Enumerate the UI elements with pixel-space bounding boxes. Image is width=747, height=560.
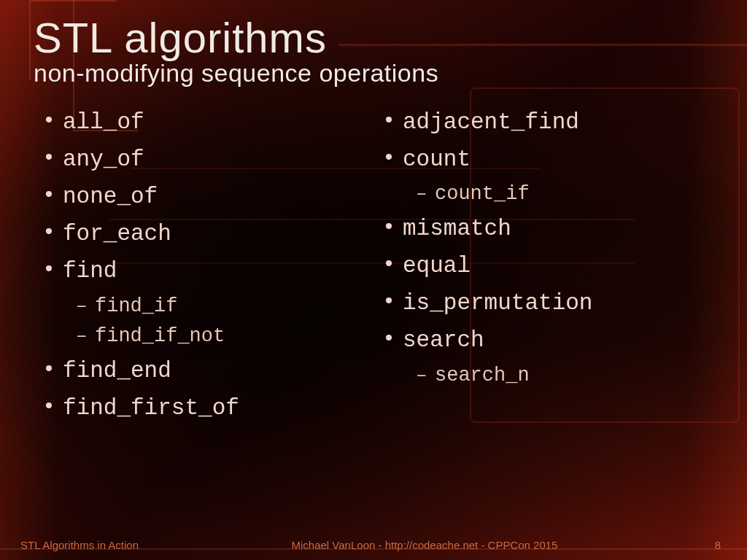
footer-page-number: 8	[639, 539, 727, 551]
list-item: find_first_of	[34, 389, 374, 427]
bullet-list-right: adjacent_findcountcount_ifmismatchequali…	[374, 104, 713, 392]
sub-list-item: find_if	[63, 292, 374, 322]
list-item-label: none_of	[63, 184, 158, 209]
list-item-label: count	[403, 147, 471, 172]
list-item-label: find_end	[63, 358, 171, 384]
slide: STL algorithms non-modifying sequence op…	[0, 0, 747, 560]
list-item: all_of	[34, 104, 374, 141]
list-item-label: all_of	[63, 109, 144, 135]
list-item-label: mismatch	[403, 216, 511, 241]
list-item-label: find	[63, 258, 117, 284]
list-item: none_of	[34, 178, 374, 215]
sub-list-item: find_if_not	[63, 322, 374, 352]
list-item: findfind_iffind_if_not	[34, 252, 374, 352]
list-item: searchsearch_n	[374, 322, 713, 391]
content-columns: all_ofany_ofnone_offor_eachfindfind_iffi…	[34, 104, 713, 427]
list-item-label: for_each	[63, 221, 171, 246]
list-item-label: find_first_of	[63, 395, 239, 421]
list-item-label: any_of	[63, 147, 144, 172]
list-item-label: adjacent_find	[403, 109, 579, 135]
sub-list: find_iffind_if_not	[63, 292, 374, 353]
sub-list: count_if	[403, 179, 713, 210]
footer-left: STL Algorithms in Action	[20, 539, 210, 551]
slide-title: STL algorithms	[34, 16, 713, 61]
sub-list-item: search_n	[403, 361, 713, 392]
list-item-label: search	[403, 327, 484, 353]
sub-list: search_n	[403, 361, 713, 392]
bullet-list-left: all_ofany_ofnone_offor_eachfindfind_iffi…	[34, 104, 374, 427]
list-item: find_end	[34, 352, 374, 389]
list-item: for_each	[34, 215, 374, 252]
slide-footer: STL Algorithms in Action Michael VanLoon…	[0, 539, 747, 551]
list-item: countcount_if	[374, 141, 713, 210]
list-item: is_permutation	[374, 284, 713, 322]
list-item-label: is_permutation	[403, 290, 592, 316]
list-item-label: equal	[403, 253, 471, 279]
slide-subtitle: non-modifying sequence operations	[34, 59, 713, 88]
list-item: adjacent_find	[374, 104, 713, 141]
list-item: mismatch	[374, 210, 713, 247]
left-column: all_ofany_ofnone_offor_eachfindfind_iffi…	[34, 104, 374, 427]
list-item: equal	[374, 247, 713, 284]
list-item: any_of	[34, 141, 374, 178]
sub-list-item: count_if	[403, 179, 713, 210]
footer-center: Michael VanLoon - http://codeache.net - …	[210, 539, 639, 551]
right-column: adjacent_findcountcount_ifmismatchequali…	[374, 104, 713, 427]
